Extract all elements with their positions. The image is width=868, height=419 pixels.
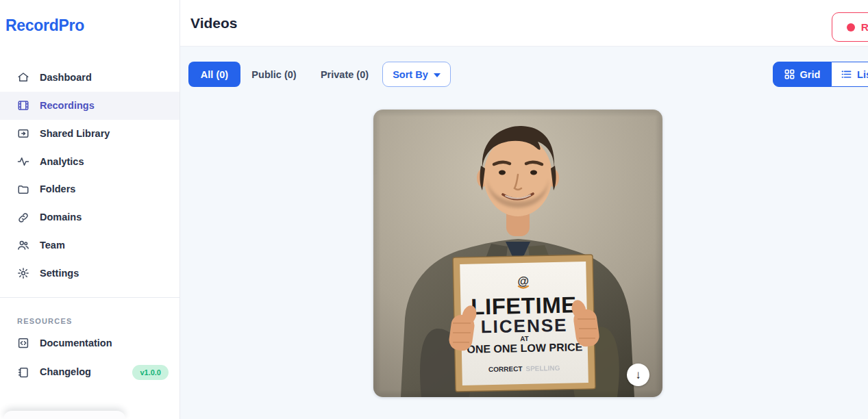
sidebar-item-analytics[interactable]: Analytics [0, 148, 179, 176]
grid-icon [784, 69, 795, 79]
code-doc-icon [17, 337, 29, 349]
grid-view-label: Grid [800, 69, 821, 80]
sidebar-item-label: Settings [40, 267, 79, 280]
sidebar: RecordPro Dashboard Recordings Shared Li… [0, 0, 180, 419]
sidebar-item-domains[interactable]: Domains [0, 203, 179, 231]
sidebar-item-settings[interactable]: Settings [0, 259, 179, 288]
sidebar-item-label: Recordings [40, 99, 95, 112]
sign-logo: @ [517, 275, 529, 288]
download-arrow-icon: ↓ [635, 368, 641, 382]
record-dot-icon [847, 23, 855, 31]
sign-line2: LICENSE [480, 315, 567, 338]
sidebar-item-label: Changelog [40, 366, 91, 379]
resources-section-label: RESOURCES [0, 298, 179, 329]
users-icon [17, 239, 29, 251]
sidebar-item-recordings[interactable]: Recordings [0, 92, 179, 120]
list-view-label: List [857, 69, 868, 80]
header-actions: Record All D [652, 0, 868, 46]
sort-by-label: Sort By [393, 69, 428, 80]
folder-icon [17, 183, 29, 196]
filter-public-button[interactable]: Public (0) [249, 62, 299, 87]
sidebar-item-label: Team [40, 239, 65, 252]
filter-private-button[interactable]: Private (0) [319, 62, 371, 87]
list-view-button[interactable]: List [832, 62, 868, 87]
filter-all-button[interactable]: All (0) [188, 62, 240, 87]
link-icon [17, 212, 29, 224]
list-icon [841, 69, 852, 79]
app-logo[interactable]: RecordPro [0, 0, 179, 35]
sidebar-bottom-card [3, 411, 125, 419]
video-thumbnail-image: @ LIFETIME LICENSE AT ONE ONE LOW PRICE … [373, 110, 662, 397]
sign-footer-faded: SPELLING [525, 364, 560, 372]
home-icon [17, 71, 29, 84]
sign-line3: AT [520, 335, 529, 342]
sidebar-item-label: Shared Library [40, 127, 110, 140]
record-button-label: Record [861, 21, 868, 34]
activity-icon [17, 155, 29, 168]
sidebar-item-label: Domains [40, 211, 82, 224]
film-icon [17, 99, 29, 112]
page-title: Videos [190, 15, 237, 31]
download-button[interactable]: ↓ [627, 364, 649, 386]
top-header: Videos Record All D [180, 0, 868, 47]
sidebar-item-label: Folders [40, 183, 75, 196]
share-box-icon [17, 127, 29, 140]
main-content: @ LIFETIME LICENSE AT ONE ONE LOW PRICE … [180, 88, 868, 419]
sign-line4: ONE ONE LOW PRICE [467, 341, 583, 355]
version-badge: v1.0.0 [132, 365, 169, 380]
sign-footer-strong: CORRECT [488, 365, 523, 373]
sort-by-dropdown[interactable]: Sort By [382, 62, 451, 87]
sidebar-item-documentation[interactable]: Documentation [0, 329, 179, 357]
view-toggle: Grid List [773, 62, 868, 87]
sidebar-nav: Dashboard Recordings Shared Library Anal… [0, 64, 179, 288]
gear-icon [17, 267, 29, 279]
chevron-down-icon [434, 73, 441, 77]
notebook-icon [17, 366, 29, 379]
sidebar-item-changelog[interactable]: Changelog v1.0.0 [0, 357, 179, 388]
record-button[interactable]: Record [832, 12, 868, 42]
sidebar-item-label: Documentation [40, 337, 112, 350]
video-thumbnail-card[interactable]: @ LIFETIME LICENSE AT ONE ONE LOW PRICE … [373, 110, 662, 397]
sidebar-item-label: Dashboard [40, 71, 92, 84]
sidebar-item-folders[interactable]: Folders [0, 175, 179, 203]
grid-view-button[interactable]: Grid [773, 62, 832, 87]
sidebar-item-dashboard[interactable]: Dashboard [0, 64, 179, 92]
sidebar-item-shared-library[interactable]: Shared Library [0, 120, 179, 148]
filter-bar: All (0) Public (0) Private (0) Sort By G… [180, 47, 868, 88]
sidebar-item-team[interactable]: Team [0, 231, 179, 259]
sidebar-item-label: Analytics [40, 155, 84, 168]
